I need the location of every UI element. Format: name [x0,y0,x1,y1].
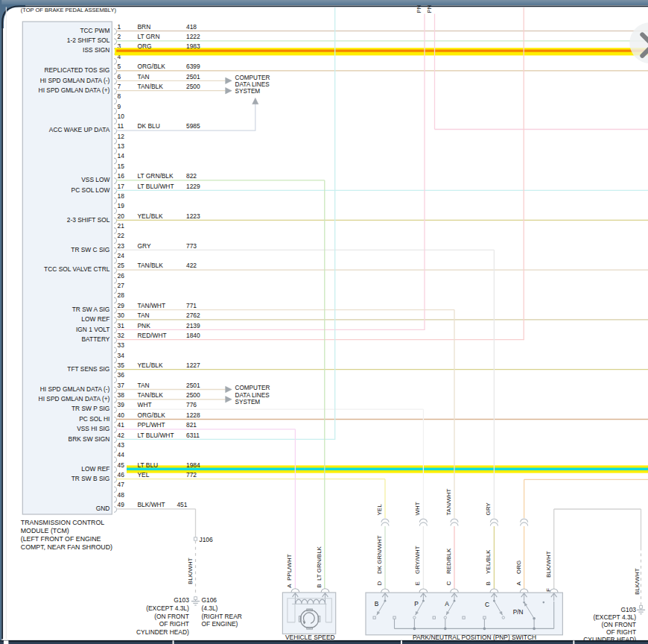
svg-text:LT BLU/WHT: LT BLU/WHT [138,432,174,439]
svg-text:TR SW C SIG: TR SW C SIG [71,246,109,253]
svg-text:C: C [485,601,489,608]
svg-text:PARK/NEUTRAL POSITION (PNP) SW: PARK/NEUTRAL POSITION (PNP) SWITCH [413,634,536,641]
svg-text:HI SPD GMLAN DATA (-): HI SPD GMLAN DATA (-) [40,77,110,84]
svg-text:PNK: PNK [138,322,151,329]
svg-text:C: C [445,581,452,586]
svg-text:E: E [414,581,421,585]
svg-text:B: B [375,600,379,607]
svg-text:BRN: BRN [138,23,151,31]
svg-text:6399: 6399 [186,63,200,70]
svg-text:YEL/BLK: YEL/BLK [138,212,163,220]
svg-text:772: 772 [186,471,197,479]
svg-text:YEL: YEL [376,504,383,516]
svg-text:BLK/WHT: BLK/WHT [545,551,552,578]
svg-text:TR SW P SIG: TR SW P SIG [72,405,110,412]
svg-text:TFT SENS SIG: TFT SENS SIG [67,365,109,373]
svg-text:2501: 2501 [186,382,200,389]
svg-text:P: P [414,600,419,607]
svg-text:TAN/BLK: TAN/BLK [138,83,164,90]
svg-text:YEL/BLK: YEL/BLK [485,549,492,574]
svg-text:19: 19 [118,202,125,209]
svg-text:1983: 1983 [186,42,200,50]
svg-text:29: 29 [118,302,125,309]
svg-text:13: 13 [118,142,125,150]
svg-text:LT GRN/BLK: LT GRN/BLK [138,172,174,180]
svg-text:LOW REF: LOW REF [81,465,109,473]
svg-text:(ON FRONT: (ON FRONT [154,613,189,620]
svg-text:ISS SIGN: ISS SIGN [83,46,109,54]
svg-text:2500: 2500 [186,83,200,90]
svg-text:TCC SOL VALVE CTRL: TCC SOL VALVE CTRL [44,265,110,273]
svg-text:PPL/WHT: PPL/WHT [138,421,165,429]
svg-text:A: A [445,600,449,607]
svg-text:(TOP OF BRAKE PEDAL ASSEMBLY): (TOP OF BRAKE PEDAL ASSEMBLY) [21,7,117,13]
svg-text:1227: 1227 [186,362,200,369]
svg-text:42: 42 [118,432,125,439]
svg-text:24: 24 [118,252,125,259]
svg-text:TAN/WHT: TAN/WHT [138,302,166,309]
svg-text:14: 14 [118,152,125,160]
svg-text:BRK SW SIGN: BRK SW SIGN [69,435,110,443]
svg-text:GRY: GRY [138,242,151,250]
svg-text:GRY: GRY [485,502,492,516]
svg-text:PN: PN [416,5,423,13]
svg-text:COMPT, NEAR FAN SHROUD): COMPT, NEAR FAN SHROUD) [21,543,112,551]
svg-text:8: 8 [118,92,121,100]
svg-text:(EXCEPT 4.3L): (EXCEPT 4.3L) [593,613,636,621]
svg-text:ACC WAKE UP DATA: ACC WAKE UP DATA [49,126,110,133]
svg-text:23: 23 [118,242,125,250]
svg-text:VEHICLE SPEED: VEHICLE SPEED [285,634,335,641]
svg-text:TAN/BLK: TAN/BLK [138,391,164,399]
svg-text:ORG/BLK: ORG/BLK [138,411,166,419]
svg-text:773: 773 [186,242,197,250]
svg-text:10: 10 [118,113,125,120]
svg-text:30: 30 [118,312,125,319]
svg-text:DK GRN/WHT: DK GRN/WHT [376,535,383,574]
svg-text:47: 47 [118,481,125,488]
svg-text:36: 36 [118,371,125,379]
svg-text:HI SPD GMLAN DATA (-): HI SPD GMLAN DATA (-) [40,385,110,393]
svg-text:5: 5 [118,63,121,70]
svg-text:LT BLU/WHT: LT BLU/WHT [138,183,174,190]
svg-text:IGN 1 VOLT: IGN 1 VOLT [76,326,109,333]
svg-text:(LEFT FRONT OF ENGINE: (LEFT FRONT OF ENGINE [21,535,101,543]
svg-text:(EXCEPT 4.3L): (EXCEPT 4.3L) [146,604,189,612]
svg-text:(4.3L): (4.3L) [202,604,218,612]
svg-text:22: 22 [118,232,125,239]
svg-text:LT GRN/BLK: LT GRN/BLK [316,546,323,581]
svg-text:YEL/BLK: YEL/BLK [138,362,163,369]
svg-text:12: 12 [118,133,125,140]
svg-text:G103: G103 [174,596,189,604]
svg-text:OF RIGHT: OF RIGHT [606,628,636,636]
svg-text:41: 41 [118,421,125,429]
svg-text:1: 1 [118,23,121,31]
svg-text:418: 418 [186,23,197,31]
svg-text:776: 776 [186,401,197,408]
svg-text:TR SW A SIG: TR SW A SIG [72,306,110,313]
svg-text:PC SOL LOW: PC SOL LOW [72,186,110,194]
svg-text:LT BLU: LT BLU [138,461,159,469]
svg-text:TAN: TAN [138,73,150,80]
svg-text:LT GRN: LT GRN [138,33,160,40]
svg-text:26: 26 [118,272,125,280]
svg-text:21: 21 [118,222,125,230]
svg-text:BLK/WHT: BLK/WHT [187,558,194,584]
svg-text:D: D [376,581,383,586]
svg-text:A: A [515,581,522,586]
svg-text:TAN: TAN [138,382,150,389]
svg-text:PPL/WHT: PPL/WHT [286,554,293,581]
svg-text:DK BLU: DK BLU [138,122,160,130]
svg-text:G103: G103 [621,606,637,613]
svg-text:43: 43 [118,441,125,449]
svg-text:ORG: ORG [138,42,152,50]
svg-text:ORG: ORG [515,561,522,574]
svg-text:WHT: WHT [138,401,152,408]
svg-text:J106: J106 [200,536,214,543]
svg-text:1228: 1228 [186,411,200,419]
svg-text:COMPUTER: COMPUTER [235,75,270,81]
svg-text:LOW REF: LOW REF [81,315,109,323]
svg-text:(RIGHT REAR: (RIGHT REAR [202,613,242,620]
svg-text:1-2 SHIFT SOL: 1-2 SHIFT SOL [67,37,110,44]
svg-text:18: 18 [118,192,125,200]
svg-text:BATTERY: BATTERY [82,335,110,343]
